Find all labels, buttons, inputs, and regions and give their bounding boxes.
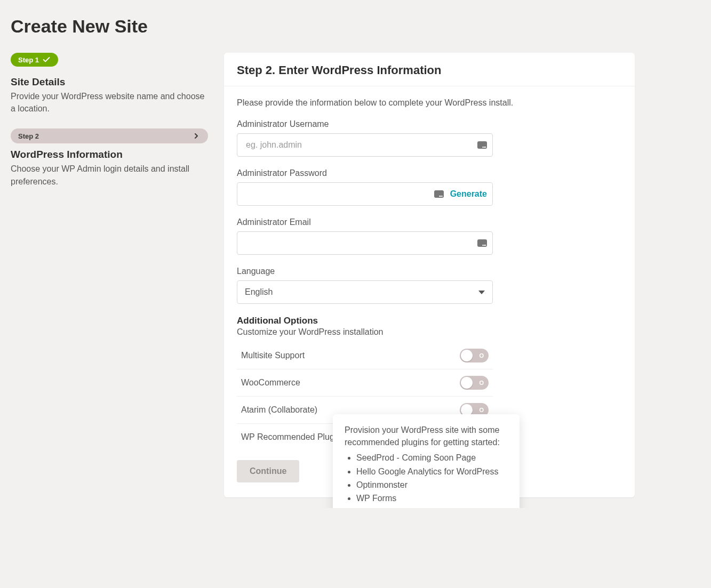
language-label: Language xyxy=(237,267,493,276)
step-2-pill[interactable]: Step 2 xyxy=(11,128,208,143)
options-sub: Customize your WordPress installation xyxy=(237,327,493,337)
form-card: Step 2. Enter WordPress Information Plea… xyxy=(224,53,635,497)
generate-password-link[interactable]: Generate xyxy=(450,189,487,199)
card-header: Step 2. Enter WordPress Information xyxy=(224,53,635,86)
page-title: Create New Site xyxy=(11,16,700,37)
username-input[interactable] xyxy=(245,134,477,156)
password-label: Administrator Password xyxy=(237,168,493,178)
autofill-icon[interactable] xyxy=(434,190,444,198)
check-icon xyxy=(42,55,51,64)
language-value: English xyxy=(245,287,273,297)
step-1-block: Step 1 Site Details Provide your WordPre… xyxy=(11,53,208,115)
step-1-title: Site Details xyxy=(11,76,208,88)
password-field: Administrator Password Generate xyxy=(237,168,493,206)
language-field: Language English xyxy=(237,267,493,304)
autofill-icon[interactable] xyxy=(477,141,487,149)
language-select[interactable]: English xyxy=(237,280,493,304)
chevron-right-icon xyxy=(192,132,201,140)
caret-down-icon xyxy=(478,291,485,294)
card-body: Please provide the information below to … xyxy=(224,86,635,497)
step-1-pill[interactable]: Step 1 xyxy=(11,53,58,67)
toggle-row-multisite: Multisite Support O xyxy=(237,342,493,369)
tooltip-intro: Provision your WordPress site with some … xyxy=(345,424,508,448)
toggle-label: Atarim (Collaborate) xyxy=(241,405,317,415)
steps-sidebar: Step 1 Site Details Provide your WordPre… xyxy=(11,53,208,202)
autofill-icon[interactable] xyxy=(477,239,487,247)
toggle-label: WP Recommended Plugins xyxy=(241,432,345,442)
toggle-row-woocommerce: WooCommerce O xyxy=(237,369,493,397)
card-heading: Step 2. Enter WordPress Information xyxy=(237,63,622,77)
options-heading: Additional Options xyxy=(237,316,493,326)
email-label: Administrator Email xyxy=(237,218,493,227)
username-label: Administrator Username xyxy=(237,119,493,129)
step-2-pill-label: Step 2 xyxy=(18,132,39,140)
email-field: Administrator Email xyxy=(237,218,493,255)
recommended-plugins-tooltip: Provision your WordPress site with some … xyxy=(333,414,520,508)
step-1-pill-label: Step 1 xyxy=(18,56,39,64)
step-1-desc: Provide your WordPress website name and … xyxy=(11,90,208,115)
toggle-woocommerce[interactable]: O xyxy=(460,376,489,390)
tooltip-item: WP Forms xyxy=(356,492,508,504)
tooltip-item: Hello Google Analytics for WordPress xyxy=(356,465,508,478)
step-2-block: Step 2 WordPress Information Choose your… xyxy=(11,128,208,187)
tooltip-item: SeedProd - Coming Soon Page xyxy=(356,452,508,464)
step-2-title: WordPress Information xyxy=(11,149,208,160)
email-input[interactable] xyxy=(245,232,477,254)
password-input[interactable] xyxy=(245,183,434,205)
username-field: Administrator Username xyxy=(237,119,493,157)
tooltip-item: WP Mail SMTP xyxy=(356,505,508,508)
continue-button[interactable]: Continue xyxy=(237,460,299,482)
toggle-label: WooCommerce xyxy=(241,378,300,388)
toggle-multisite[interactable]: O xyxy=(460,349,489,363)
tooltip-item: Optinmonster xyxy=(356,479,508,491)
card-intro: Please provide the information below to … xyxy=(237,98,622,108)
toggle-label: Multisite Support xyxy=(241,351,305,360)
step-2-desc: Choose your WP Admin login details and i… xyxy=(11,163,208,187)
